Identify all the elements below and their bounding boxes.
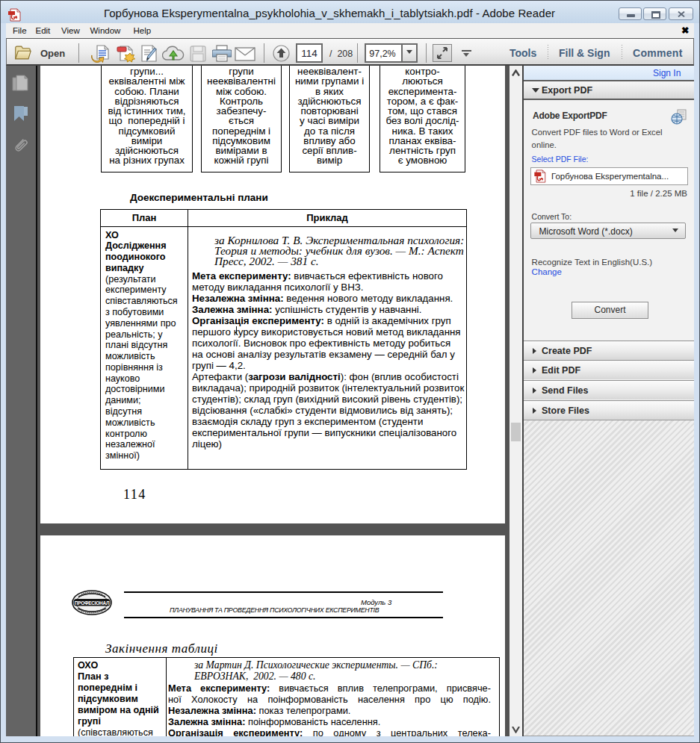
- svg-text:ПРОФЕСІОНАЛ: ПРОФЕСІОНАЛ: [75, 600, 110, 606]
